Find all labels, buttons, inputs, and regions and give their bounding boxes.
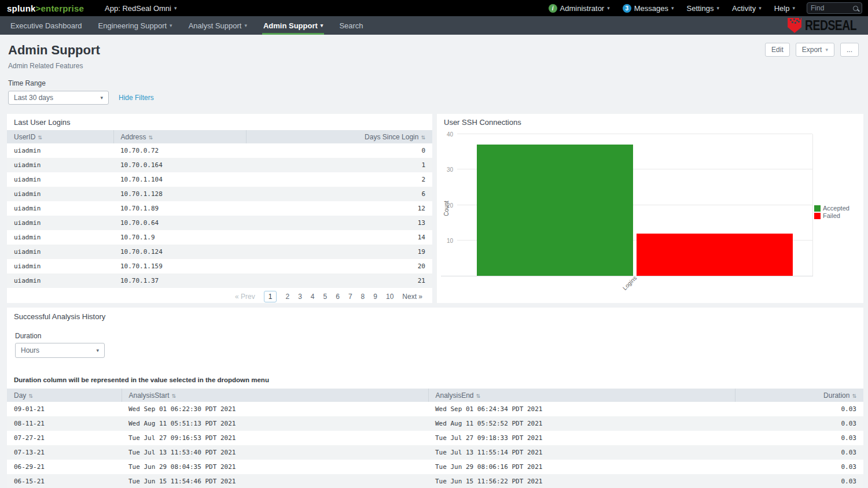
activity-menu[interactable]: Activity ▾ [726,4,767,13]
chart-legend: Accepted Failed [814,205,849,220]
duration-label: Duration [7,324,863,340]
table-row[interactable]: uiadmin10.70.0.720 [7,143,432,158]
duration-select[interactable]: Hours ▾ [15,343,105,358]
chevron-down-icon: ▾ [96,348,99,353]
tab-search[interactable]: Search [331,16,371,35]
export-button[interactable]: Export ▾ [796,43,834,57]
table-row[interactable]: uiadmin10.70.0.1641 [7,158,432,172]
page-subtitle: Admin Related Features [0,58,868,70]
splunk-logo[interactable]: splunk>enterprise [7,3,84,13]
sort-icon: ⇅ [852,393,856,399]
legend-item-accepted[interactable]: Accepted [814,205,849,212]
app-menu-label: App: RedSeal Omni [105,4,171,13]
table-row[interactable]: 08-11-21Wed Aug 11 05:51:13 PDT 2021Wed … [7,416,863,431]
user-menu[interactable]: i Administrator ▾ [543,4,616,13]
tab-engineering-support[interactable]: Engineering Support ▾ [90,16,181,35]
chevron-down-icon: ▾ [174,6,177,11]
user-info-icon: i [549,4,557,13]
column-header-analysisend[interactable]: AnalysisEnd⇅ [428,389,735,402]
tab-label: Engineering Support [98,21,167,30]
table-row[interactable]: uiadmin10.70.0.6413 [7,216,432,230]
messages-menu-label: Messages [634,4,668,13]
tab-analyst-support[interactable]: Analyst Support ▾ [181,16,255,35]
messages-menu[interactable]: 3 Messages ▾ [617,4,680,13]
table-row[interactable]: uiadmin10.70.1.1042 [7,172,432,187]
page-button-10[interactable]: 10 [386,293,393,301]
more-actions-button[interactable]: ... [840,43,859,57]
page-button-2[interactable]: 2 [285,293,289,301]
page-title: Admin Support [8,43,100,58]
legend-label: Accepted [823,205,849,212]
table-row[interactable]: uiadmin10.70.1.8912 [7,201,432,216]
user-ssh-connections-panel: User SSH Connections 10 20 30 40 Count L… [437,114,863,303]
redseal-logo: REDSEAL [788,16,861,35]
x-axis-line [441,276,813,276]
find-input[interactable] [811,4,853,12]
column-header-userid[interactable]: UserID⇅ [7,130,113,143]
panel-title: User SSH Connections [437,114,863,130]
last-user-logins-table: UserID⇅ Address⇅ Days Since Login⇅ uiadm… [7,130,432,288]
prev-page-button: « Prev [235,293,255,301]
find-search-box[interactable] [807,2,862,14]
bar-accepted[interactable] [477,145,633,276]
column-header-days-since-login[interactable]: Days Since Login⇅ [246,130,432,143]
search-icon[interactable] [853,6,858,11]
page-button-1[interactable]: 1 [264,291,277,302]
bar-failed[interactable] [637,234,793,276]
page-button-9[interactable]: 9 [373,293,377,301]
sort-icon: ⇅ [421,135,425,141]
tab-executive-dashboard[interactable]: Executive Dashboard [2,16,90,35]
y-axis-tick: 10 [447,237,453,243]
hide-filters-link[interactable]: Hide Filters [119,94,154,102]
x-axis-category-label: Logins [621,275,638,291]
chevron-down-icon: ▾ [100,95,103,101]
column-header-duration[interactable]: Duration⇅ [735,389,863,402]
page-button-6[interactable]: 6 [336,293,340,301]
app-menu[interactable]: App: RedSeal Omni ▾ [105,4,176,13]
page-button-3[interactable]: 3 [298,293,302,301]
chevron-down-icon: ▾ [607,6,610,11]
table-row[interactable]: uiadmin10.70.1.914 [7,230,432,245]
table-header-row: UserID⇅ Address⇅ Days Since Login⇅ [7,130,432,143]
help-menu[interactable]: Help ▾ [768,4,801,13]
duration-filter-row: Hours ▾ [7,340,863,358]
y-axis-tick: 30 [447,167,453,173]
app-nav-bar: Executive Dashboard Engineering Support … [0,16,868,35]
legend-swatch-accepted [814,205,821,212]
user-menu-label: Administrator [560,4,605,13]
sort-icon: ⇅ [38,135,42,141]
legend-swatch-failed [814,213,821,219]
page-button-5[interactable]: 5 [323,293,328,301]
chevron-down-icon: ▾ [671,6,674,11]
sort-icon: ⇅ [28,393,33,399]
page-button-8[interactable]: 8 [361,293,365,301]
table-row[interactable]: 07-27-21Tue Jul 27 09:16:53 PDT 2021Tue … [7,431,863,445]
column-header-day[interactable]: Day⇅ [7,389,122,402]
table-row[interactable]: uiadmin10.70.1.15920 [7,259,432,273]
table-row[interactable]: 07-13-21Tue Jul 13 11:53:40 PDT 2021Tue … [7,445,863,460]
table-row[interactable]: uiadmin10.70.1.3721 [7,273,432,288]
page-button-4[interactable]: 4 [311,293,315,301]
legend-item-failed[interactable]: Failed [814,212,849,220]
table-row[interactable]: 09-01-21Wed Sep 01 06:22:30 PDT 2021Wed … [7,402,863,416]
chevron-down-icon: ▾ [170,23,172,28]
settings-menu[interactable]: Settings ▾ [681,4,726,13]
chevron-down-icon: ▾ [321,23,323,28]
page-button-7[interactable]: 7 [348,293,352,301]
edit-button[interactable]: Edit [765,43,790,57]
table-row[interactable]: 06-15-21Tue Jun 15 11:54:46 PDT 2021Tue … [7,474,863,488]
column-header-address[interactable]: Address⇅ [113,130,246,143]
duration-value: Hours [21,346,39,354]
table-row[interactable]: uiadmin10.70.1.1286 [7,187,432,201]
chevron-down-icon: ▾ [244,23,247,28]
y-axis-tick: 40 [447,131,453,138]
next-page-button[interactable]: Next » [402,293,422,301]
table-row[interactable]: 06-29-21Tue Jun 29 08:04:35 PDT 2021Tue … [7,460,863,474]
column-header-analysisstart[interactable]: AnalysisStart⇅ [122,389,428,402]
panel-title: Successful Analysis History [7,308,863,324]
tab-admin-support[interactable]: Admin Support ▾ [255,16,331,35]
time-range-select[interactable]: Last 30 days ▾ [8,91,109,105]
table-row[interactable]: uiadmin10.70.0.12419 [7,245,432,259]
legend-label: Failed [823,212,840,220]
pagination: « Prev 1 2 3 4 5 6 7 8 9 10 Next » [7,288,432,305]
